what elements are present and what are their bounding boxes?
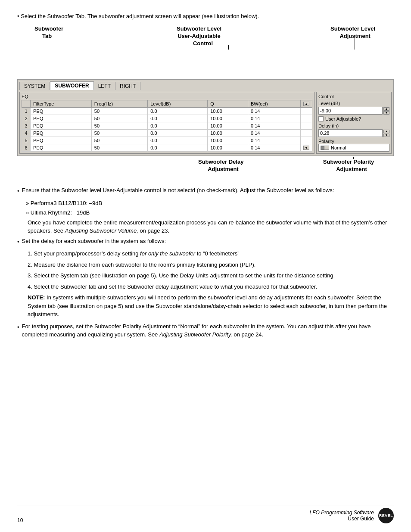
sub-1b: » Ultima Rhythm2: –19dB (26, 208, 394, 217)
row-4-freq[interactable]: 50 (91, 130, 147, 137)
para-1-end: on page 23. (138, 227, 169, 234)
row-3-level[interactable]: 0.0 (148, 122, 208, 130)
row-2-filter[interactable]: PEQ (31, 115, 92, 122)
row-4-bw[interactable]: 0.14 (248, 130, 300, 137)
delay-spin-down[interactable]: ▼ (383, 134, 389, 137)
label-polarity-adj: Subwoofer Polarity Adjustment (308, 159, 389, 173)
bullet-3-end: on page 24. (232, 331, 263, 338)
sub-1a-text: » Performa3 B112/B110: –9dB (26, 200, 102, 206)
intro-bullet: • Select the Subwoofer Tab. The subwoofe… (17, 13, 394, 19)
level-input[interactable] (318, 107, 383, 115)
row-3-freq[interactable]: 50 (91, 122, 147, 130)
row-2-q[interactable]: 10.00 (208, 115, 248, 122)
footer-text-block: LFO Programming Software User Guide (310, 510, 374, 522)
tab-left[interactable]: LEFT (94, 82, 115, 90)
row-1-num: 1 (22, 108, 31, 115)
row-6-q[interactable]: 10.00 (208, 144, 248, 152)
row-4-level[interactable]: 0.0 (148, 130, 208, 137)
note-text: In systems with multiple subwoofers you … (28, 294, 387, 317)
control-label: Control (318, 94, 389, 99)
row-5-filter[interactable]: PEQ (31, 137, 92, 144)
tab-system[interactable]: SYSTEM (19, 82, 50, 90)
table-row: 4 PEQ 50 0.0 10.00 0.14 (22, 130, 312, 137)
row-1-q[interactable]: 10.00 (208, 108, 248, 115)
row-2-bw[interactable]: 0.14 (248, 115, 300, 122)
eq-section: EQ FilterType Freq(Hz) Level(dB) Q BW(oc… (19, 92, 314, 154)
row-1-filter[interactable]: PEQ (31, 108, 92, 115)
bullet-1: • Ensure that the Subwoofer level User-A… (17, 186, 394, 196)
col-level: Level(dB) (148, 100, 208, 108)
row-5-freq[interactable]: 50 (91, 137, 147, 144)
step-3-text: 3. Select the System tab (see illustrati… (28, 272, 335, 279)
row-5-scroll (301, 137, 312, 144)
bracket-delay-horiz (238, 157, 281, 157)
table-row: 1 PEQ 50 0.0 10.00 0.14 (22, 108, 312, 115)
polarity-slider[interactable] (321, 146, 329, 150)
row-6-num: 6 (22, 144, 31, 152)
row-3-q[interactable]: 10.00 (208, 122, 248, 130)
revel-logo-text: REVEL (379, 513, 393, 518)
bullet-3-dot: • (17, 323, 19, 332)
delay-spin-buttons: ▲ ▼ (383, 130, 389, 137)
para-1-italic: Adjusting Subwoofer Volume, (65, 227, 138, 234)
row-5-num: 5 (22, 137, 31, 144)
row-1-level[interactable]: 0.0 (148, 108, 208, 115)
table-row: 5 PEQ 50 0.0 10.00 0.14 (22, 137, 312, 144)
control-section: Control Level (dB) ▲ ▼ (316, 92, 392, 154)
delay-input[interactable] (318, 129, 383, 137)
row-6-filter[interactable]: PEQ (31, 144, 92, 152)
row-4-q[interactable]: 10.00 (208, 130, 248, 137)
table-row: 2 PEQ 50 0.0 10.00 0.14 (22, 115, 312, 122)
row-6-scroll: ▼ (301, 144, 312, 152)
scroll-up-btn[interactable]: ▲ (303, 102, 309, 106)
para-1: Once you have completed the entire measu… (28, 218, 394, 235)
row-5-q[interactable]: 10.00 (208, 137, 248, 144)
eq-label: EQ (22, 94, 312, 99)
polarity-row: Polarity Normal (318, 139, 389, 152)
intro-text: Select the Subwoofer Tab. The subwoofer … (21, 13, 259, 19)
bullet-3-italic: Adjusting Subwoofer Polarity, (159, 331, 232, 338)
level-control-row: Level (dB) ▲ ▼ (318, 101, 389, 115)
row-1-freq[interactable]: 50 (91, 108, 147, 115)
row-2-scroll (301, 115, 312, 122)
col-bw: BW(oct) (248, 100, 300, 108)
row-5-level[interactable]: 0.0 (148, 137, 208, 144)
bullet-3: • For testing purposes, set the Subwoofe… (17, 322, 394, 339)
row-3-num: 3 (22, 122, 31, 130)
row-6-bw[interactable]: 0.14 (248, 144, 300, 152)
scroll-down-btn[interactable]: ▼ (303, 146, 309, 150)
footer: 10 LFO Programming Software User Guide R… (17, 505, 394, 523)
polarity-select[interactable]: Normal (318, 144, 389, 152)
table-row: 6 PEQ 50 0.0 10.00 0.14 ▼ (22, 144, 312, 152)
row-3-bw[interactable]: 0.14 (248, 122, 300, 130)
user-adjustable-checkbox[interactable] (318, 116, 324, 121)
tab-right[interactable]: RIGHT (115, 82, 140, 90)
bracket-tab-line (64, 31, 64, 48)
table-row: 3 PEQ 50 0.0 10.00 0.14 (22, 122, 312, 130)
user-adjustable-label: User Adjustable? (325, 116, 361, 121)
polarity-value: Normal (331, 145, 346, 150)
row-3-filter[interactable]: PEQ (31, 122, 92, 130)
step-4: 4. Select the Subwoofer tab and set the … (28, 283, 394, 291)
row-4-num: 4 (22, 130, 31, 137)
tab-subwoofer[interactable]: SUBWOOFER (50, 81, 93, 90)
row-6-level[interactable]: 0.0 (148, 144, 208, 152)
level-spin-up[interactable]: ▲ (383, 107, 389, 111)
level-spinbox: ▲ ▼ (318, 107, 389, 115)
sub-1a: » Performa3 B112/B110: –9dB (26, 199, 394, 208)
row-2-freq[interactable]: 50 (91, 115, 147, 122)
delay-spin-up[interactable]: ▲ (383, 130, 389, 133)
level-spin-down[interactable]: ▼ (383, 111, 389, 115)
row-2-num: 2 (22, 115, 31, 122)
note-bold: NOTE: (28, 294, 45, 301)
label-subwoofer-level-user: Subwoofer LevelUser-Adjustable Control (177, 25, 221, 47)
col-q: Q (208, 100, 248, 108)
label-subwoofer-level-adj: Subwoofer Level Adjustment (316, 25, 389, 40)
row-6-freq[interactable]: 50 (91, 144, 147, 152)
row-4-filter[interactable]: PEQ (31, 130, 92, 137)
main-content-row: EQ FilterType Freq(Hz) Level(dB) Q BW(oc… (19, 92, 392, 154)
row-2-level[interactable]: 0.0 (148, 115, 208, 122)
note: NOTE: In systems with multiple subwoofer… (28, 293, 394, 319)
row-1-bw[interactable]: 0.14 (248, 108, 300, 115)
row-5-bw[interactable]: 0.14 (248, 137, 300, 144)
